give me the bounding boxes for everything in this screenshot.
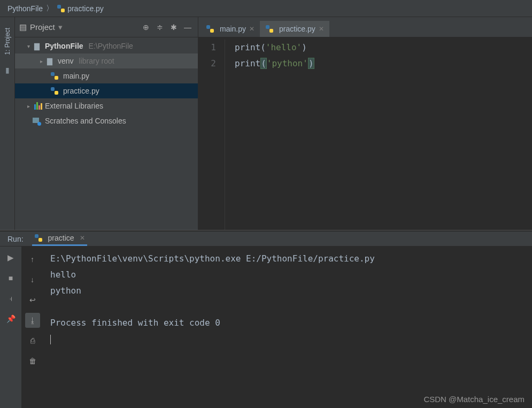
editor-panel: main.py ✕ practice.py ✕ 1 2 print('hello…: [198, 17, 532, 230]
chevron-right-icon[interactable]: ▸: [25, 103, 32, 109]
chevron-right-icon[interactable]: ▸: [37, 58, 45, 64]
tree-root[interactable]: ▾ ▇ PythonFile E:\PythonFile: [15, 39, 198, 53]
folder-icon: ▇: [34, 42, 43, 50]
tree-external-label: External Libraries: [45, 102, 103, 110]
library-icon: [34, 102, 43, 110]
python-file-icon: [57, 4, 65, 13]
line-number: 1: [198, 40, 216, 56]
close-icon[interactable]: ✕: [249, 25, 255, 33]
tree-root-path: E:\PythonFile: [89, 42, 133, 50]
python-file-icon: [34, 234, 43, 242]
chevron-right-icon: 〉: [46, 4, 53, 13]
layout-button[interactable]: ⫞: [5, 292, 17, 304]
project-tree[interactable]: ▾ ▇ PythonFile E:\PythonFile ▸ ▇ venv li…: [15, 37, 198, 230]
tree-file-label: main.py: [63, 72, 89, 80]
pin-button[interactable]: 📌: [5, 313, 17, 325]
tree-external-libraries[interactable]: ▸ External Libraries: [15, 98, 198, 113]
run-tab-label: practice: [48, 234, 74, 242]
console-text: E:\PythonFile\venv\Scripts\python.exe E:…: [50, 253, 375, 328]
tab-practice[interactable]: practice.py ✕: [260, 21, 329, 37]
project-tool-button[interactable]: 1: Project: [4, 28, 11, 55]
breadcrumb-file[interactable]: practice.py: [67, 4, 104, 13]
line-number: 2: [198, 56, 216, 72]
down-stack-button[interactable]: ↓: [25, 272, 40, 287]
project-panel: ▤ Project ▾ ⊕ ≑ ✱ — ▾ ▇ PythonFile E:\Py…: [15, 17, 198, 230]
tree-venv-hint: library root: [79, 57, 114, 65]
code-line: print('hello'): [235, 40, 314, 56]
tree-file-main[interactable]: main.py: [15, 68, 198, 83]
tree-scratches-label: Scratches and Consoles: [45, 117, 126, 125]
locate-icon[interactable]: ⊕: [140, 21, 152, 33]
structure-tool-icon[interactable]: ▮: [5, 66, 10, 74]
python-file-icon: [50, 87, 59, 95]
run-left-toolbar: ▶ ■ ⫞ 📌: [0, 247, 21, 408]
breadcrumb: PythonFile 〉 practice.py: [0, 0, 532, 17]
chevron-down-icon[interactable]: ▾: [25, 43, 32, 49]
collapse-icon[interactable]: ≑: [154, 21, 166, 33]
scratches-icon: [32, 117, 41, 125]
watermark: CSDN @Matcha_ice_cream: [423, 395, 525, 404]
gear-icon[interactable]: ✱: [168, 21, 180, 33]
run-header: Run: practice ✕: [0, 232, 532, 247]
run-console-toolbar: ↑ ↓ ↩ ⭳ ⎙ 🗑: [21, 247, 43, 408]
run-label: Run:: [7, 235, 24, 243]
run-tool-window: Run: practice ✕ ▶ ■ ⫞ 📌 ↑ ↓ ↩ ⭳ ⎙ 🗑 E:\P…: [0, 232, 532, 408]
close-icon[interactable]: ✕: [80, 234, 85, 242]
tab-label: practice.py: [279, 25, 315, 33]
gutter: 1 2: [198, 40, 225, 230]
stop-button[interactable]: ■: [5, 272, 17, 284]
tool-window-stripe-left: 1: Project ▮: [0, 17, 15, 230]
clear-button[interactable]: 🗑: [25, 353, 40, 368]
code-line: print('python'): [235, 56, 314, 72]
folder-icon: ▤: [19, 22, 27, 32]
tree-file-label: practice.py: [63, 87, 99, 95]
tab-label: main.py: [220, 25, 246, 33]
rerun-button[interactable]: ▶: [5, 252, 17, 264]
hide-icon[interactable]: —: [182, 21, 194, 33]
python-file-icon: [206, 25, 214, 33]
python-file-icon: [265, 25, 274, 33]
console-output[interactable]: E:\PythonFile\venv\Scripts\python.exe E:…: [43, 247, 532, 408]
tree-scratches[interactable]: Scratches and Consoles: [15, 113, 198, 128]
up-stack-button[interactable]: ↑: [25, 252, 40, 267]
soft-wrap-button[interactable]: ↩: [25, 292, 40, 307]
code-editor[interactable]: 1 2 print('hello') print('python'): [198, 37, 532, 230]
breadcrumb-root[interactable]: PythonFile: [7, 4, 43, 13]
tab-main[interactable]: main.py ✕: [201, 21, 260, 37]
scroll-end-button[interactable]: ⭳: [25, 313, 40, 328]
tree-file-practice[interactable]: practice.py: [15, 83, 198, 98]
tree-root-label: PythonFile: [45, 42, 83, 50]
tree-venv[interactable]: ▸ ▇ venv library root: [15, 53, 198, 68]
tree-venv-label: venv: [58, 57, 74, 65]
folder-icon: ▇: [47, 57, 56, 65]
chevron-down-icon: ▾: [58, 22, 63, 32]
print-button[interactable]: ⎙: [25, 333, 40, 348]
project-view-selector[interactable]: ▤ Project ▾: [19, 22, 138, 32]
caret: [50, 335, 51, 344]
project-toolbar: ▤ Project ▾ ⊕ ≑ ✱ —: [15, 17, 198, 37]
close-icon[interactable]: ✕: [319, 25, 324, 33]
code-content[interactable]: print('hello') print('python'): [225, 40, 314, 230]
python-file-icon: [50, 72, 59, 80]
run-tab-practice[interactable]: practice ✕: [32, 232, 87, 246]
editor-tabs: main.py ✕ practice.py ✕: [198, 17, 532, 37]
project-title-label: Project: [30, 22, 55, 32]
